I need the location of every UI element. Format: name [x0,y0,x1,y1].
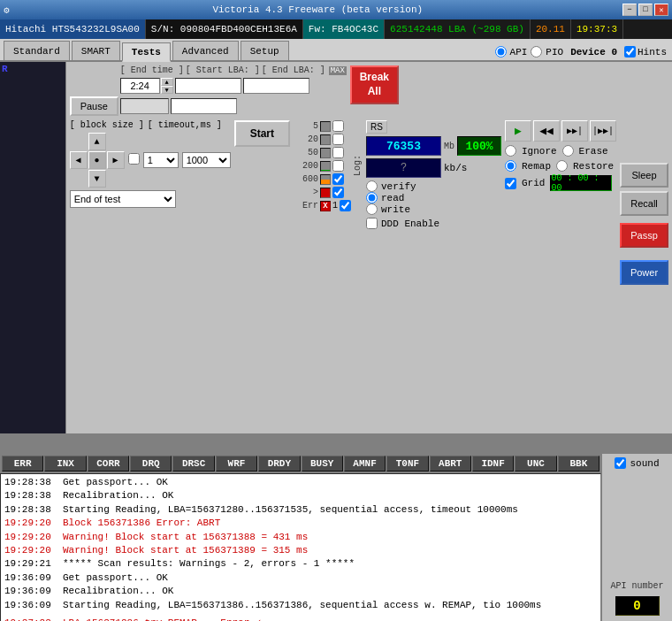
speed-display: ? [366,158,441,178]
pause-button[interactable]: Pause [70,96,118,116]
status-col-abrt: ABRT [430,456,471,472]
close-button[interactable]: ✕ [654,4,668,16]
sleep-button[interactable]: Sleep [620,163,668,188]
pio-label: PIO [546,47,563,58]
maximize-button[interactable]: □ [638,4,653,16]
tab-setup[interactable]: Setup [241,41,289,60]
write-label: write [381,204,410,215]
arrow-right[interactable]: ▶ [107,151,125,169]
log-line-1: 19:28:38 Recalibration... OK [4,489,597,502]
lba-controls-row: [ End time ] [ Start LBA: ] [ End LBA: ]… [70,65,668,116]
mid-section: [ block size ] [ timeout,ms ] ▲ ◀ ● ▶ [70,120,668,285]
grid-checkbox[interactable] [505,178,516,189]
pio-radio[interactable] [531,46,542,58]
tab-tests[interactable]: Tests [122,42,171,62]
arrow-center[interactable]: ● [88,151,106,169]
restore-radio[interactable] [556,160,568,172]
arrow-up[interactable]: ▲ [88,133,106,150]
log-line-7: 19:36:09 Get passport... OK [4,571,597,585]
bar-gt-bg [320,188,331,198]
mb-row: 76353 Mb 100 % [366,136,501,156]
end-time-label: [ End time ] [120,65,184,75]
bar-200: 200 [294,160,351,172]
power-button[interactable]: Power [620,260,668,285]
block-select-row: ▲ ◀ ● ▶ ▼ 1 [70,133,231,188]
start-lba-input[interactable]: 156371386 [175,78,241,94]
block-row: [ block size ] [ timeout,ms ] [70,120,231,130]
hints-checkbox[interactable] [624,46,636,58]
arrow-left[interactable]: ◀ [70,151,88,169]
play-button[interactable]: ▶ [505,120,531,142]
start-section: Start [234,120,290,147]
mid-controls: [ block size ] [ timeout,ms ] ▲ ◀ ● ▶ [70,119,668,285]
end-time-input[interactable] [120,78,160,94]
rs-button[interactable]: RS [366,120,387,134]
read-label: read [381,193,404,203]
sound-checkbox[interactable] [615,457,626,469]
bar-600-bg [320,174,331,185]
err-value: 1 [332,201,338,211]
device-time: 19:37:3 [571,19,623,39]
bar-5: 5 [294,120,351,132]
back-button[interactable]: ◀◀ [533,120,560,142]
time-up-btn[interactable]: ▲ [161,78,173,86]
remap-radio[interactable] [505,160,516,172]
arrow-down[interactable]: ▼ [88,170,106,188]
tab-smart[interactable]: SMART [72,41,120,60]
break-all-button[interactable]: Break All [350,65,399,104]
bar-gt-check[interactable] [332,187,344,198]
lba-section: [ End time ] [ Start LBA: ] [ End LBA: ]… [70,65,347,116]
minimize-button[interactable]: − [622,4,637,16]
bar-200-check[interactable] [332,160,344,172]
err-check[interactable] [340,200,351,211]
ignore-label: Ignore [522,146,557,157]
log-area[interactable]: 19:28:38 Get passport... OK19:28:38 Reca… [0,473,601,621]
sound-label: sound [630,458,659,469]
device-label: Device 0 [570,47,617,58]
time-down-btn[interactable]: ▼ [161,86,173,94]
status-col-bbk: BBK [558,456,599,472]
block-check [128,153,140,167]
lba-display-2[interactable]: 156371386 [171,98,237,114]
log-line-8: 19:36:09 Recalibration... OK [4,585,597,598]
tab-advanced[interactable]: Advanced [172,41,239,60]
lba-row-2: Pause 156371386 156371386 [70,96,347,116]
device-model: Hitachi HTS543232L9SA00 [0,19,146,39]
passp-button[interactable]: Passp [620,223,668,248]
skip-forward-button[interactable]: ▶▶| [561,120,588,142]
read-radio[interactable] [366,192,378,203]
remap-arrow-icon: ←———————— [249,614,334,621]
rs-row: RS [366,120,501,134]
status-col-idnf: IDNF [472,456,514,472]
start-button[interactable]: Start [234,120,290,147]
right-sidebar: sound API number 0 − + [601,454,672,621]
write-radio[interactable] [366,203,378,215]
api-radio-group: API PIO [495,46,564,58]
ddd-checkbox[interactable] [366,218,378,229]
main-content: R [ End time ] [ Start LBA: ] [ End LBA:… [0,62,672,433]
end-lba-input[interactable]: 156371386 [243,78,309,94]
status-col-unc: UNC [515,456,556,472]
block-checkbox[interactable] [128,153,140,165]
bar-600-check[interactable] [332,173,344,185]
verify-radio[interactable] [366,180,378,192]
tab-standard[interactable]: Standard [4,41,70,60]
api-radio[interactable] [495,46,507,58]
bar-5-check[interactable] [332,120,344,132]
api-label: API [510,47,528,58]
end-test-select[interactable]: End of test [70,190,176,208]
block-size-select[interactable]: 1 2 4 [143,152,179,168]
device-firmware: Fw: FB4OC43C [303,19,385,39]
log-line-6: 19:29:21 ***** Scan results: Warnings - … [4,557,597,571]
end-button[interactable]: |▶▶| [590,120,616,142]
status-col-corr: CORR [88,456,129,472]
recall-button[interactable]: Recall [620,191,668,216]
grid-display: 00 : 00 : 00 [550,175,612,191]
time-spinner[interactable]: ▲ ▼ [161,78,173,94]
ignore-radio[interactable] [505,145,516,157]
timeout-select[interactable]: 1000 500 2000 [182,152,231,168]
bar-20-check[interactable] [332,134,344,145]
log-line-10: 19:37:23 LBA 156371386 try REMAP... Erro… [4,612,597,621]
bar-50-check[interactable] [332,147,344,158]
erase-radio[interactable] [562,145,574,157]
